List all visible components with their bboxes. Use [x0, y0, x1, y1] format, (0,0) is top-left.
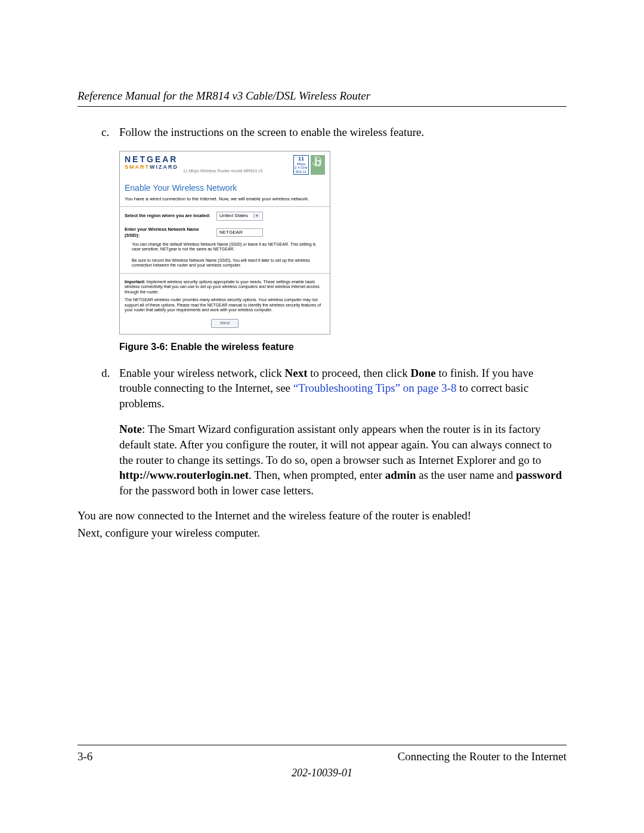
brand-wizard: WIZARD: [150, 164, 178, 170]
step-d-marker: d.: [101, 366, 119, 411]
running-header: Reference Manual for the MR814 v3 Cable/…: [78, 89, 566, 107]
step-c-text: Follow the instructions on the screen to…: [119, 125, 566, 140]
step-d: d. Enable your wireless network, click N…: [101, 366, 566, 411]
wizard-note-2: Be sure to record the Wireless Network N…: [120, 256, 330, 270]
region-select[interactable]: United States ▾: [216, 212, 263, 221]
next-button[interactable]: Next: [211, 319, 239, 328]
ssid-input[interactable]: NETGEAR: [216, 228, 263, 237]
closing-1: You are now connected to the Internet an…: [78, 508, 566, 524]
wizard-important-2: The NETGEAR wireless router provides man…: [120, 298, 330, 315]
doc-number: 202-10039-01: [78, 767, 566, 779]
step-d-text: Enable your wireless network, click Next…: [119, 366, 566, 411]
wifi-badge-11: 11 Mbps 2.4 GHz 802.11: [293, 155, 309, 175]
ssid-value: NETGEAR: [219, 230, 243, 236]
step-c-marker: c.: [101, 125, 119, 140]
wizard-important-1: Important: Implement wireless security o…: [120, 277, 330, 298]
region-label: Select the region where you are located:: [125, 213, 213, 219]
chevron-down-icon: ▾: [253, 213, 260, 218]
model-line: 11 Mbps Wireless Router model MR814 v3: [183, 168, 293, 175]
wifi-badge-b: b: [311, 155, 325, 175]
note-paragraph: Note: The Smart Wizard configuration ass…: [119, 422, 566, 498]
ssid-label: Enter your Wireless Network Name (SSID):: [125, 227, 213, 239]
closing-2: Next, configure your wireless computer.: [78, 525, 566, 541]
wizard-heading: Enable Your Wireless Network: [120, 178, 330, 196]
wizard-note-1: You can change the default Wireless Netw…: [120, 240, 330, 253]
wizard-intro: You have a wired connection to the Inter…: [120, 196, 330, 206]
page-number: 3-6: [78, 750, 92, 763]
troubleshooting-link[interactable]: “Troubleshooting Tips” on page 3-8: [293, 382, 457, 394]
wizard-screenshot: NETGEAR SMARTWIZARD 11 Mbps Wireless Rou…: [119, 151, 330, 335]
section-title: Connecting the Router to the Internet: [398, 750, 566, 763]
step-c: c. Follow the instructions on the screen…: [101, 125, 566, 140]
page-footer: 3-6 Connecting the Router to the Interne…: [78, 745, 566, 779]
figure-3-6: NETGEAR SMARTWIZARD 11 Mbps Wireless Rou…: [119, 151, 566, 354]
figure-caption: Figure 3-6: Enable the wireless feature: [119, 340, 566, 354]
brand-logo: NETGEAR: [125, 155, 178, 163]
region-value: United States: [219, 213, 248, 219]
brand-smart: SMART: [125, 164, 150, 170]
